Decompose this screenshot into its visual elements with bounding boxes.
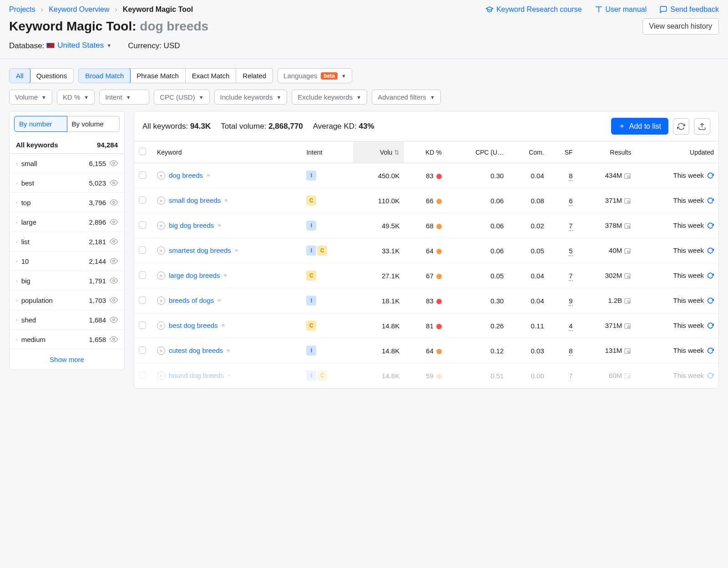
sort-by-number[interactable]: By number [14,116,67,132]
row-checkbox[interactable] [139,246,146,254]
add-keyword-icon[interactable]: + [157,372,165,380]
refresh-row-icon[interactable] [707,272,714,280]
eye-icon[interactable] [110,276,118,285]
col-sf[interactable]: SF [549,141,577,163]
tab-phrase-match[interactable]: Phrase Match [130,69,186,83]
col-intent[interactable]: Intent [302,141,353,163]
breadcrumb-overview[interactable]: Keyword Overview [49,5,109,14]
refresh-row-icon[interactable] [707,222,714,230]
add-keyword-icon[interactable]: + [157,297,165,305]
col-cpc[interactable]: CPC (U… [446,141,508,163]
sidebar-item-shed[interactable]: ›shed 1,684 [10,310,124,330]
serp-preview-icon[interactable] [624,197,631,205]
row-checkbox[interactable] [139,271,146,279]
eye-icon[interactable] [110,159,118,167]
keyword-link[interactable]: small dog breeds [169,196,221,204]
row-checkbox[interactable] [139,221,146,229]
double-chevron-icon[interactable]: » [224,271,227,278]
serp-preview-icon[interactable] [624,297,631,305]
show-more-button[interactable]: Show more [10,349,124,370]
row-checkbox[interactable] [139,171,146,179]
sidebar-item-population[interactable]: ›population 1,703 [10,291,124,310]
select-all-checkbox[interactable] [139,148,146,155]
eye-icon[interactable] [110,296,118,304]
col-results[interactable]: Results [577,141,636,163]
refresh-row-icon[interactable] [707,297,714,305]
serp-preview-icon[interactable] [624,347,631,355]
refresh-button[interactable] [673,118,689,135]
col-volume[interactable]: Volu ⇅ [353,141,404,163]
sf-cell[interactable]: 4 [569,322,572,331]
research-course-link[interactable]: Keyword Research course [485,5,582,14]
keyword-link[interactable]: dog breeds [169,171,203,179]
serp-preview-icon[interactable] [624,172,631,180]
col-keyword[interactable]: Keyword [152,141,302,163]
sf-cell[interactable]: 5 [569,247,572,256]
sidebar-item-10[interactable]: ›10 2,144 [10,251,124,271]
double-chevron-icon[interactable]: » [222,322,225,328]
double-chevron-icon[interactable]: » [228,372,231,378]
add-keyword-icon[interactable]: + [157,171,165,180]
add-keyword-icon[interactable]: + [157,322,165,330]
sf-cell[interactable]: 7 [569,372,572,381]
tab-all[interactable]: All [9,68,30,83]
keyword-link[interactable]: best dog breeds [169,322,218,329]
row-checkbox[interactable] [139,372,146,379]
breadcrumb-projects[interactable]: Projects [9,5,35,14]
filter-volume[interactable]: Volume▼ [9,90,52,105]
refresh-row-icon[interactable] [707,347,714,355]
sf-cell[interactable]: 8 [569,172,572,181]
filter-intent[interactable]: Intent▼ [99,90,149,105]
sidebar-item-big[interactable]: ›big 1,791 [10,271,124,291]
sidebar-item-small[interactable]: ›small 6,155 [10,154,124,173]
add-keyword-icon[interactable]: + [157,196,165,205]
col-com[interactable]: Com. [508,141,549,163]
all-keywords-header[interactable]: All keywords 94,284 [10,136,124,154]
export-button[interactable] [694,118,710,135]
row-checkbox[interactable] [139,297,146,304]
serp-preview-icon[interactable] [624,322,631,330]
col-updated[interactable]: Updated [636,141,718,163]
sf-cell[interactable]: 8 [569,347,572,356]
filter-kd[interactable]: KD %▼ [57,90,95,105]
double-chevron-icon[interactable]: » [217,297,221,303]
eye-icon[interactable] [110,257,118,265]
add-keyword-icon[interactable]: + [157,246,165,255]
view-history-button[interactable]: View search history [642,18,719,35]
keyword-link[interactable]: hound dog breeds [169,372,224,379]
keyword-link[interactable]: big dog breeds [169,221,214,229]
eye-icon[interactable] [110,218,118,226]
eye-icon[interactable] [110,335,118,343]
sort-by-volume[interactable]: By volume [67,116,120,132]
refresh-row-icon[interactable] [707,197,714,205]
double-chevron-icon[interactable]: » [227,347,230,353]
sidebar-item-best[interactable]: ›best 5,023 [10,173,124,193]
keyword-link[interactable]: cutest dog breeds [169,347,223,354]
refresh-row-icon[interactable] [707,372,714,380]
languages-dropdown[interactable]: Languages beta ▼ [278,68,352,83]
tab-exact-match[interactable]: Exact Match [186,69,237,83]
sf-cell[interactable]: 7 [569,222,572,231]
refresh-row-icon[interactable] [707,322,714,330]
double-chevron-icon[interactable]: » [217,221,221,228]
keyword-link[interactable]: large dog breeds [169,271,220,279]
filter-advanced[interactable]: Advanced filters▼ [372,90,441,105]
serp-preview-icon[interactable] [624,272,631,280]
add-keyword-icon[interactable]: + [157,347,165,355]
filter-include[interactable]: Include keywords▼ [214,90,288,105]
serp-preview-icon[interactable] [624,247,631,255]
database-selector[interactable]: United States ▼ [46,41,111,50]
keyword-link[interactable]: smartest dog breeds [169,246,231,254]
row-checkbox[interactable] [139,322,146,329]
sf-cell[interactable]: 7 [569,272,572,281]
eye-icon[interactable] [110,316,118,324]
add-keyword-icon[interactable]: + [157,221,165,230]
double-chevron-icon[interactable]: » [224,196,228,203]
keyword-link[interactable]: breeds of dogs [169,297,214,304]
filter-cpc[interactable]: CPC (USD)▼ [154,90,209,105]
row-checkbox[interactable] [139,347,146,354]
double-chevron-icon[interactable]: » [235,246,238,253]
add-to-list-button[interactable]: ＋ Add to list [611,118,668,135]
serp-preview-icon[interactable] [624,372,631,380]
sidebar-item-list[interactable]: ›list 2,181 [10,232,124,251]
